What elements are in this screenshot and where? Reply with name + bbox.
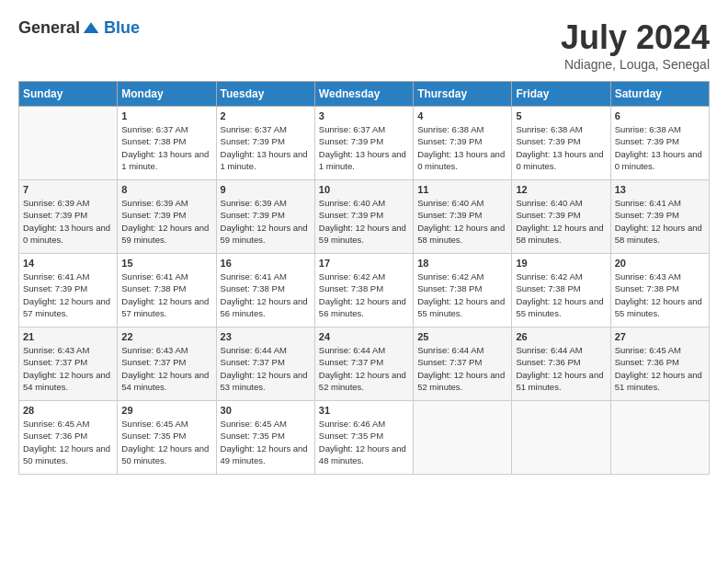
day-number: 18: [417, 258, 507, 269]
logo-icon: [82, 19, 100, 38]
calendar-cell: 8Sunrise: 6:39 AMSunset: 7:39 PMDaylight…: [118, 180, 216, 254]
calendar-cell: 16Sunrise: 6:41 AMSunset: 7:38 PMDayligh…: [216, 254, 314, 327]
day-info: Sunrise: 6:41 AMSunset: 7:38 PMDaylight:…: [221, 270, 311, 319]
day-info: Sunrise: 6:38 AMSunset: 7:39 PMDaylight:…: [516, 123, 606, 172]
day-number: 12: [516, 184, 606, 195]
day-number: 8: [121, 184, 211, 195]
day-number: 25: [417, 331, 507, 342]
day-info: Sunrise: 6:44 AMSunset: 7:37 PMDaylight:…: [417, 344, 507, 393]
calendar-cell: 17Sunrise: 6:42 AMSunset: 7:38 PMDayligh…: [314, 254, 413, 327]
day-info: Sunrise: 6:45 AMSunset: 7:36 PMDaylight:…: [23, 418, 113, 466]
day-info: Sunrise: 6:40 AMSunset: 7:39 PMDaylight:…: [417, 197, 507, 246]
calendar-cell: 6Sunrise: 6:38 AMSunset: 7:39 PMDaylight…: [610, 107, 709, 180]
day-info: Sunrise: 6:43 AMSunset: 7:37 PMDaylight:…: [121, 344, 211, 393]
day-number: 1: [121, 110, 211, 121]
header-day-wednesday: Wednesday: [314, 82, 413, 107]
location-title: Ndiagne, Louga, Senegal: [561, 57, 710, 72]
day-info: Sunrise: 6:44 AMSunset: 7:36 PMDaylight:…: [516, 344, 606, 393]
day-number: 5: [516, 110, 606, 121]
day-number: 2: [221, 110, 311, 121]
day-number: 26: [516, 331, 606, 342]
day-number: 7: [23, 184, 113, 195]
page-header: General Blue July 2024 Ndiagne, Louga, S…: [18, 18, 710, 72]
day-number: 21: [23, 331, 113, 342]
day-number: 24: [319, 331, 409, 342]
calendar-cell: 20Sunrise: 6:43 AMSunset: 7:38 PMDayligh…: [610, 254, 709, 327]
header-day-tuesday: Tuesday: [216, 82, 314, 107]
day-number: 14: [23, 258, 113, 269]
calendar-cell: [512, 401, 610, 475]
calendar-cell: 1Sunrise: 6:37 AMSunset: 7:38 PMDaylight…: [118, 107, 216, 180]
header-day-saturday: Saturday: [610, 82, 709, 107]
day-number: 16: [221, 258, 311, 269]
header-day-sunday: Sunday: [19, 82, 118, 107]
day-number: 29: [121, 405, 211, 416]
calendar-cell: 11Sunrise: 6:40 AMSunset: 7:39 PMDayligh…: [414, 180, 512, 254]
calendar-cell: 31Sunrise: 6:46 AMSunset: 7:35 PMDayligh…: [314, 401, 413, 475]
day-info: Sunrise: 6:43 AMSunset: 7:38 PMDaylight:…: [615, 270, 705, 319]
day-info: Sunrise: 6:41 AMSunset: 7:38 PMDaylight:…: [121, 270, 211, 319]
calendar-cell: 19Sunrise: 6:42 AMSunset: 7:38 PMDayligh…: [512, 254, 610, 327]
logo-blue: Blue: [104, 18, 140, 38]
day-number: 28: [23, 405, 113, 416]
calendar-cell: 5Sunrise: 6:38 AMSunset: 7:39 PMDaylight…: [512, 107, 610, 180]
day-number: 17: [319, 258, 409, 269]
calendar-cell: 12Sunrise: 6:40 AMSunset: 7:39 PMDayligh…: [512, 180, 610, 254]
day-info: Sunrise: 6:37 AMSunset: 7:39 PMDaylight:…: [221, 123, 311, 172]
calendar-cell: [414, 401, 512, 475]
header-day-friday: Friday: [512, 82, 610, 107]
day-number: 22: [121, 331, 211, 342]
logo-general: General: [18, 18, 80, 38]
day-info: Sunrise: 6:45 AMSunset: 7:36 PMDaylight:…: [615, 344, 705, 393]
calendar-body: 1Sunrise: 6:37 AMSunset: 7:38 PMDaylight…: [19, 107, 710, 475]
day-info: Sunrise: 6:43 AMSunset: 7:37 PMDaylight:…: [23, 344, 113, 393]
day-number: 15: [121, 258, 211, 269]
day-info: Sunrise: 6:38 AMSunset: 7:39 PMDaylight:…: [417, 123, 507, 172]
day-info: Sunrise: 6:44 AMSunset: 7:37 PMDaylight:…: [319, 344, 409, 393]
header-day-monday: Monday: [118, 82, 216, 107]
calendar-cell: 28Sunrise: 6:45 AMSunset: 7:36 PMDayligh…: [19, 401, 118, 475]
calendar-week-4: 21Sunrise: 6:43 AMSunset: 7:37 PMDayligh…: [19, 327, 710, 401]
calendar-cell: 15Sunrise: 6:41 AMSunset: 7:38 PMDayligh…: [118, 254, 216, 327]
day-info: Sunrise: 6:41 AMSunset: 7:39 PMDaylight:…: [23, 270, 113, 319]
calendar-cell: 24Sunrise: 6:44 AMSunset: 7:37 PMDayligh…: [314, 327, 413, 401]
day-info: Sunrise: 6:45 AMSunset: 7:35 PMDaylight:…: [121, 418, 211, 466]
day-info: Sunrise: 6:42 AMSunset: 7:38 PMDaylight:…: [319, 270, 409, 319]
day-info: Sunrise: 6:37 AMSunset: 7:39 PMDaylight:…: [319, 123, 409, 172]
calendar-cell: 7Sunrise: 6:39 AMSunset: 7:39 PMDaylight…: [19, 180, 118, 254]
calendar-cell: 13Sunrise: 6:41 AMSunset: 7:39 PMDayligh…: [610, 180, 709, 254]
calendar-week-2: 7Sunrise: 6:39 AMSunset: 7:39 PMDaylight…: [19, 180, 710, 254]
day-info: Sunrise: 6:41 AMSunset: 7:39 PMDaylight:…: [615, 197, 705, 246]
day-info: Sunrise: 6:39 AMSunset: 7:39 PMDaylight:…: [221, 197, 311, 246]
calendar-cell: 23Sunrise: 6:44 AMSunset: 7:37 PMDayligh…: [216, 327, 314, 401]
day-info: Sunrise: 6:40 AMSunset: 7:39 PMDaylight:…: [516, 197, 606, 246]
day-info: Sunrise: 6:42 AMSunset: 7:38 PMDaylight:…: [417, 270, 507, 319]
day-info: Sunrise: 6:44 AMSunset: 7:37 PMDaylight:…: [221, 344, 311, 393]
day-number: 27: [615, 331, 705, 342]
calendar-cell: 25Sunrise: 6:44 AMSunset: 7:37 PMDayligh…: [414, 327, 512, 401]
day-number: 13: [615, 184, 705, 195]
calendar-cell: 30Sunrise: 6:45 AMSunset: 7:35 PMDayligh…: [216, 401, 314, 475]
day-number: 19: [516, 258, 606, 269]
calendar-cell: 21Sunrise: 6:43 AMSunset: 7:37 PMDayligh…: [19, 327, 118, 401]
calendar-cell: 22Sunrise: 6:43 AMSunset: 7:37 PMDayligh…: [118, 327, 216, 401]
day-number: 23: [221, 331, 311, 342]
calendar-cell: 18Sunrise: 6:42 AMSunset: 7:38 PMDayligh…: [414, 254, 512, 327]
day-number: 20: [615, 258, 705, 269]
day-number: 6: [615, 110, 705, 121]
calendar-cell: 2Sunrise: 6:37 AMSunset: 7:39 PMDaylight…: [216, 107, 314, 180]
day-info: Sunrise: 6:39 AMSunset: 7:39 PMDaylight:…: [23, 197, 113, 246]
calendar-cell: 3Sunrise: 6:37 AMSunset: 7:39 PMDaylight…: [314, 107, 413, 180]
day-number: 11: [417, 184, 507, 195]
calendar-week-1: 1Sunrise: 6:37 AMSunset: 7:38 PMDaylight…: [19, 107, 710, 180]
calendar-header-row: SundayMondayTuesdayWednesdayThursdayFrid…: [19, 82, 710, 107]
day-number: 30: [221, 405, 311, 416]
header-day-thursday: Thursday: [414, 82, 512, 107]
day-info: Sunrise: 6:42 AMSunset: 7:38 PMDaylight:…: [516, 270, 606, 319]
day-info: Sunrise: 6:38 AMSunset: 7:39 PMDaylight:…: [615, 123, 705, 172]
day-info: Sunrise: 6:39 AMSunset: 7:39 PMDaylight:…: [121, 197, 211, 246]
day-number: 10: [319, 184, 409, 195]
day-info: Sunrise: 6:45 AMSunset: 7:35 PMDaylight:…: [221, 418, 311, 466]
day-info: Sunrise: 6:37 AMSunset: 7:38 PMDaylight:…: [121, 123, 211, 172]
calendar-cell: [610, 401, 709, 475]
